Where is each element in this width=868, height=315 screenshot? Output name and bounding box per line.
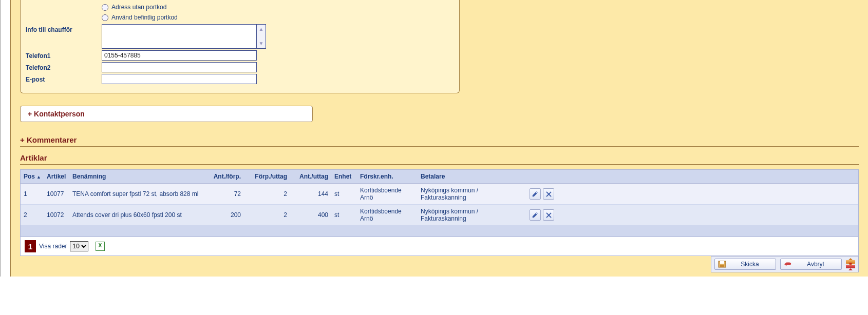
save-icon	[718, 261, 726, 268]
col-ant-forp[interactable]: Ant./förp.	[203, 170, 244, 183]
cell-art: 10072	[44, 208, 69, 222]
resize-icons[interactable]	[846, 260, 855, 268]
bottom-action-bar: Skicka Avbryt	[711, 256, 859, 272]
radio-icon	[102, 4, 108, 11]
col-enhet[interactable]: Enhet	[331, 170, 357, 183]
grid-footer: 1 Visa rader 10	[21, 237, 858, 255]
chevron-down-icon: ▼	[259, 41, 264, 46]
export-excel-icon[interactable]	[96, 242, 105, 251]
send-button-label: Skicka	[729, 261, 770, 268]
close-icon	[546, 212, 552, 218]
cell-unit: st	[331, 208, 357, 222]
driver-info-label: Info till chaufför	[26, 24, 102, 33]
col-benamning[interactable]: Benämning	[69, 170, 203, 183]
chevron-up-icon: ▲	[259, 27, 264, 32]
cell-presc: Korttidsboende Arnö	[357, 184, 418, 204]
cell-unit: st	[331, 187, 357, 201]
rows-per-page-select[interactable]: 10	[70, 241, 88, 251]
cell-pos: 2	[21, 208, 44, 222]
radio-no-portcode[interactable]: Adress utan portkod	[102, 2, 454, 12]
table-row: 1 10077 TENA comfort super fpstl 72 st, …	[21, 184, 858, 205]
tel2-input[interactable]	[102, 62, 257, 72]
cell-aforp: 72	[203, 187, 244, 201]
tel1-label: Telefon1	[26, 50, 102, 60]
col-forskr-enh[interactable]: Förskr.enh.	[357, 170, 418, 183]
delete-row-button[interactable]	[543, 209, 554, 221]
close-icon	[546, 191, 552, 197]
cell-aforp: 200	[203, 208, 244, 222]
panel-contact-person[interactable]: + Kontaktperson	[20, 106, 313, 122]
cell-name: TENA comfort super fpstl 72 st, absorb 8…	[69, 187, 203, 201]
col-pos[interactable]: Pos▲	[21, 170, 44, 183]
tel1-input[interactable]	[102, 50, 257, 61]
col-artikel[interactable]: Artikel	[44, 170, 69, 183]
radio-no-portcode-label: Adress utan portkod	[111, 4, 166, 11]
col-ant-uttag[interactable]: Ant./uttag	[290, 170, 331, 183]
pencil-icon	[532, 190, 539, 198]
cancel-button-label: Avbryt	[795, 261, 836, 268]
pencil-icon	[532, 211, 539, 219]
cancel-button[interactable]: Avbryt	[780, 259, 842, 270]
edit-row-button[interactable]	[530, 209, 541, 221]
cell-futt: 2	[244, 208, 290, 222]
radio-icon	[102, 14, 108, 21]
rows-label: Visa rader	[39, 243, 67, 250]
radio-existing-portcode[interactable]: Använd befintlig portkod	[102, 12, 454, 23]
delete-row-button[interactable]	[543, 188, 554, 200]
cell-autt: 400	[290, 208, 331, 222]
page-indicator[interactable]: 1	[25, 240, 36, 252]
panel-comments[interactable]: + Kommentarer	[20, 133, 859, 147]
cell-presc: Korttidsboende Arnö	[357, 205, 418, 225]
left-gutter	[1, 0, 11, 277]
delivery-form-card: Adress utan portkod Använd befintlig por…	[20, 0, 460, 93]
col-betalare[interactable]: Betalare	[418, 170, 527, 183]
edit-row-button[interactable]	[530, 188, 541, 200]
email-label: E-post	[26, 74, 102, 83]
cell-autt: 144	[290, 187, 331, 201]
undo-arrow-icon	[784, 261, 792, 267]
cell-pay: Nyköpings kommun / Fakturaskanning	[418, 184, 527, 204]
driver-info-input[interactable]	[102, 24, 257, 49]
grid-spacer	[21, 226, 858, 237]
cell-pos: 1	[21, 187, 44, 201]
cell-pay: Nyköpings kommun / Fakturaskanning	[418, 205, 527, 225]
section-articles-title: Artiklar	[20, 151, 859, 165]
sort-asc-icon: ▲	[36, 174, 41, 180]
textarea-scrollbar[interactable]: ▲ ▼	[257, 24, 266, 49]
svg-rect-1	[720, 261, 724, 264]
cell-art: 10077	[44, 187, 69, 201]
collapse-icon	[846, 265, 855, 268]
tel2-label: Telefon2	[26, 62, 102, 71]
radio-existing-portcode-label: Använd befintlig portkod	[111, 14, 178, 21]
articles-grid: Pos▲ Artikel Benämning Ant./förp. Förp./…	[20, 169, 859, 256]
col-forp-uttag[interactable]: Förp./uttag	[244, 170, 290, 183]
send-button[interactable]: Skicka	[714, 259, 776, 270]
table-row: 2 10072 Attends cover dri plus 60x60 fps…	[21, 205, 858, 226]
cell-name: Attends cover dri plus 60x60 fpstl 200 s…	[69, 208, 203, 222]
svg-rect-2	[720, 265, 724, 267]
col-actions	[527, 175, 556, 178]
email-input[interactable]	[102, 74, 257, 84]
cell-futt: 2	[244, 187, 290, 201]
grid-header-row: Pos▲ Artikel Benämning Ant./förp. Förp./…	[21, 170, 858, 184]
